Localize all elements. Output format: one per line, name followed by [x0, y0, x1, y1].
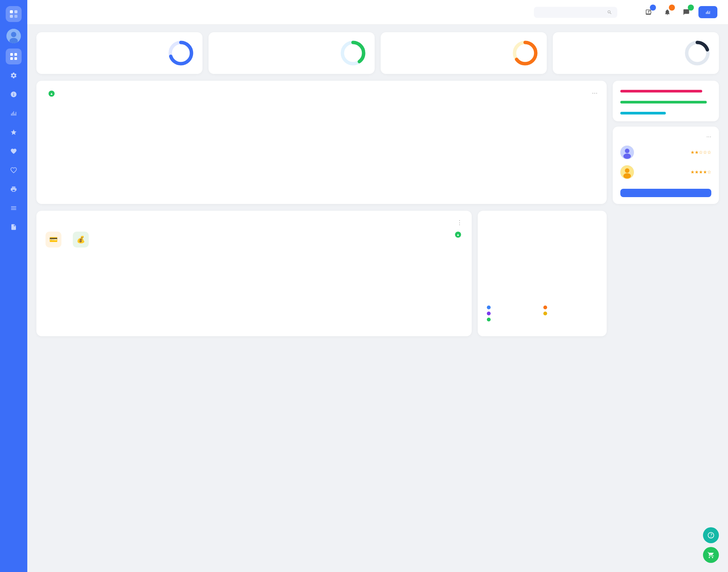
- metric-reviews-bar: [620, 112, 666, 114]
- review-avatar-0: [620, 146, 634, 159]
- metrics-card: [613, 81, 719, 121]
- review-item-1: ★★★★☆: [620, 165, 711, 179]
- svg-rect-8: [14, 53, 17, 56]
- overview-header: ⋮: [46, 219, 463, 226]
- overview-chart-canvas: [46, 252, 197, 328]
- theme-toggle-btn[interactable]: [623, 5, 636, 19]
- pie-legend-green: [487, 318, 541, 321]
- svg-rect-1: [14, 10, 17, 13]
- svg-point-24: [623, 173, 631, 179]
- revenue-header: ▲ ···: [46, 89, 598, 97]
- transaction-badges: 💳 💰: [46, 232, 463, 248]
- svg-point-5: [11, 32, 16, 37]
- fab-container: [703, 527, 719, 563]
- page-body: ▲ ···: [27, 25, 728, 344]
- search-icon: [607, 9, 612, 15]
- metric-product-listed: [620, 99, 711, 103]
- bottom-row: ⋮ 💳 💰: [36, 211, 719, 336]
- stat-card-domestic: [209, 32, 375, 74]
- svg-rect-0: [10, 10, 13, 13]
- svg-rect-10: [14, 57, 17, 60]
- fab-support[interactable]: [703, 527, 719, 543]
- low-tx-badge: 💰: [73, 232, 93, 248]
- middle-row: ▲ ···: [36, 81, 719, 204]
- pie-legend-yellow: [543, 312, 598, 315]
- fab-cart[interactable]: [703, 547, 719, 563]
- legend-dot-purple: [487, 312, 491, 315]
- generate-report-button[interactable]: [698, 6, 717, 18]
- side-panel: ··· ★★☆☆☆: [613, 81, 719, 204]
- bar-chart: [46, 103, 598, 179]
- legend-dot-rented: [543, 306, 547, 309]
- pie-legend-sale: [487, 306, 541, 309]
- low-tx-icon: 💰: [73, 232, 89, 248]
- review-more-icon[interactable]: ···: [706, 133, 711, 140]
- bell-badge: [669, 5, 675, 11]
- legend-dot-sale: [487, 306, 491, 309]
- customer-review-card: ··· ★★☆☆☆: [613, 127, 719, 204]
- revenue-donut-chart: [512, 40, 538, 66]
- metric-viewed-bar: [620, 90, 702, 92]
- stat-card-inter: [36, 32, 202, 74]
- domestic-donut-chart: [340, 40, 366, 66]
- overview-payment-card: ⋮ 💳 💰: [36, 211, 472, 336]
- sidebar-item-heart[interactable]: [6, 143, 22, 159]
- header-right: [534, 5, 717, 19]
- chat-badge: [688, 5, 694, 11]
- sidebar-item-chart[interactable]: [6, 105, 22, 121]
- chat-btn[interactable]: [679, 5, 693, 19]
- revenue-up-icon: ▲: [49, 91, 55, 97]
- stat-cards: [36, 32, 719, 74]
- svg-point-20: [625, 149, 629, 153]
- svg-rect-7: [10, 53, 13, 56]
- pie-legend-purple: [487, 312, 541, 315]
- search-box[interactable]: [534, 7, 617, 18]
- svg-rect-3: [14, 15, 17, 18]
- bell-btn[interactable]: [661, 5, 674, 19]
- see-more-reviews-button[interactable]: [620, 189, 711, 197]
- svg-rect-9: [10, 57, 13, 60]
- pie-chart-card: [478, 211, 607, 336]
- sidebar-item-list[interactable]: [6, 200, 22, 216]
- review-avatar-1: [620, 165, 634, 179]
- stat-card-expenses: [553, 32, 719, 74]
- review-header: ···: [620, 133, 711, 140]
- sidebar-item-settings[interactable]: [6, 67, 22, 83]
- stat-card-revenue: [381, 32, 547, 74]
- svg-point-21: [623, 154, 631, 159]
- metric-product-viewed: [620, 88, 711, 92]
- metric-listed-bar: [620, 101, 707, 103]
- legend-dot-yellow: [543, 312, 547, 315]
- high-tx-badge: 💳: [46, 232, 65, 248]
- search-input[interactable]: [539, 9, 604, 15]
- revenue-card: ▲ ···: [36, 81, 607, 204]
- review-stars-0: ★★☆☆☆: [690, 150, 711, 155]
- sidebar: [0, 0, 27, 572]
- header: [27, 0, 728, 25]
- revenue-more-btn[interactable]: ···: [592, 89, 598, 97]
- pie-legend-rented: [543, 306, 598, 309]
- avatar[interactable]: [6, 29, 21, 43]
- sidebar-logo[interactable]: [6, 6, 22, 22]
- revenue-tabs: [579, 92, 590, 94]
- metric-reviews: [620, 110, 711, 114]
- inter-donut-chart: [168, 40, 194, 66]
- revenue-badge: ▲: [49, 91, 56, 97]
- wallet-btn[interactable]: [642, 5, 655, 19]
- sidebar-item-dashboard[interactable]: [6, 49, 22, 64]
- high-tx-icon: 💳: [46, 232, 61, 248]
- expenses-donut-chart: [684, 40, 711, 66]
- overview-up-icon: ▲: [455, 232, 461, 238]
- sidebar-item-doc[interactable]: [6, 219, 22, 235]
- sidebar-item-print[interactable]: [6, 181, 22, 197]
- legend-dot-green: [487, 318, 491, 321]
- sidebar-item-info[interactable]: [6, 86, 22, 102]
- svg-rect-2: [10, 15, 13, 18]
- sidebar-item-heart2[interactable]: [6, 162, 22, 178]
- main-content: ▲ ···: [27, 0, 728, 572]
- overview-more-icon[interactable]: ⋮: [457, 219, 463, 226]
- review-stars-1: ★★★★☆: [690, 169, 711, 175]
- sidebar-item-star[interactable]: [6, 124, 22, 140]
- revenue-chart-canvas: [46, 103, 273, 179]
- generate-icon: [705, 9, 711, 15]
